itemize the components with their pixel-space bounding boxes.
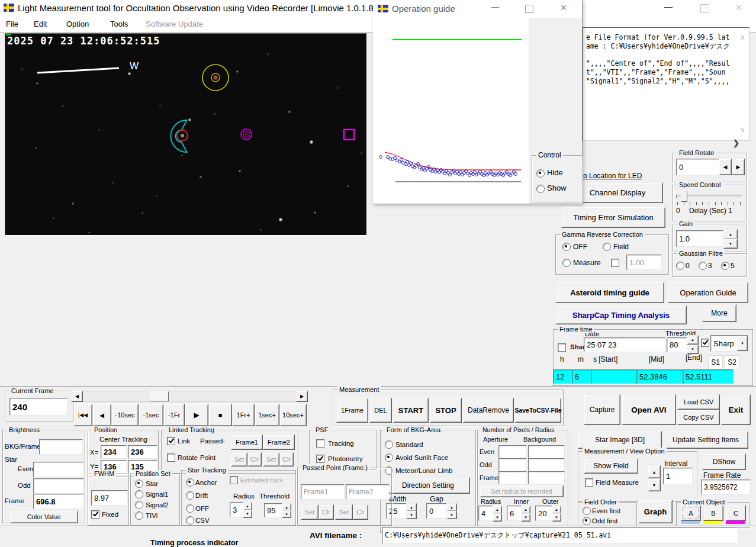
plus-1frame-button[interactable]: 1Fr+ — [232, 404, 255, 426]
end-seconds-field[interactable]: 52.5111 — [683, 369, 734, 384]
save-to-csv-button[interactable]: SaveToCSV-File — [515, 398, 561, 423]
start-button[interactable]: START — [393, 398, 429, 423]
width-down-icon[interactable]: ▼ — [406, 511, 417, 519]
frame-rate-field[interactable]: 3.9525672 — [701, 480, 751, 495]
gamma-checkbox[interactable] — [611, 259, 619, 267]
star-frame-field[interactable]: 696.8 — [33, 494, 84, 509]
gap-down-icon[interactable]: ▼ — [446, 511, 457, 519]
scrollbar-left-icon[interactable]: ◀ — [71, 391, 83, 402]
gaussian-5-radio[interactable] — [721, 262, 729, 270]
center-x-field[interactable]: 234 — [101, 445, 127, 459]
current-frame-field[interactable]: 240 — [9, 398, 67, 416]
data-remove-button[interactable]: DataRemove — [463, 398, 514, 423]
one-frame-button[interactable]: 1Frame — [336, 398, 368, 423]
minimize-icon[interactable]: — — [664, 2, 673, 11]
gamma-measure-radio[interactable] — [562, 259, 571, 267]
aperture-odd-field[interactable] — [498, 458, 527, 471]
copy-csv-button[interactable]: Copy CSV — [677, 410, 720, 425]
background-odd-field[interactable] — [528, 458, 565, 471]
hour-field[interactable]: 12 — [553, 369, 574, 384]
background-even-field[interactable] — [528, 445, 565, 458]
sharp-dropdown[interactable]: Sharp ▼ — [710, 335, 748, 352]
menu-option[interactable]: Option — [66, 20, 89, 28]
video-frame[interactable]: 2025 07 23 12:06:52:515 W — [5, 33, 367, 236]
posset-signal1-radio[interactable] — [135, 490, 143, 498]
operation-guide-window[interactable]: Operation guide — ✕ Control Hide Show — [373, 0, 583, 204]
date-field[interactable]: 25 07 23 — [584, 337, 665, 352]
estimated-track-checkbox[interactable] — [230, 476, 238, 484]
sharp41-checkbox[interactable] — [558, 343, 566, 352]
maximize-icon[interactable] — [700, 4, 709, 13]
popup-close-icon[interactable]: ✕ — [560, 3, 567, 12]
csv-scroll-right-icon[interactable]: ❯ — [733, 139, 739, 147]
link-frame1-button[interactable]: Frame1 — [231, 435, 263, 450]
field-rotate-field[interactable]: 0 — [676, 159, 720, 175]
outer-down-icon[interactable]: ▼ — [552, 513, 561, 522]
minus-1sec-button[interactable]: -1sec — [139, 404, 163, 426]
interval-field[interactable]: 1 — [663, 468, 693, 484]
psf-tracking-checkbox[interactable] — [316, 439, 324, 448]
frame-scrollbar[interactable] — [71, 391, 308, 402]
menu-edit[interactable]: Edit — [34, 20, 47, 28]
link-frame2-button[interactable]: Frame2 — [263, 435, 295, 450]
minus-1frame-button[interactable]: -1Fr — [163, 404, 185, 426]
passed-clr1-button[interactable]: Clr — [319, 504, 334, 520]
bkg-standard-radio[interactable] — [385, 440, 393, 449]
star-odd-field[interactable] — [33, 478, 84, 494]
passed-frame1-field[interactable]: Frame1 — [301, 484, 345, 500]
menu-file[interactable]: File — [6, 20, 18, 28]
track-radius-down-icon[interactable]: ▼ — [243, 510, 252, 518]
gamma-field-radio[interactable] — [603, 243, 611, 251]
graph-button[interactable]: Graph — [638, 500, 673, 523]
outer-up-icon[interactable]: ▲ — [552, 506, 561, 514]
capture-button[interactable]: Capture — [584, 394, 620, 425]
step-back-button[interactable]: ◀ — [92, 404, 111, 426]
led-location-link[interactable]: o Location for LED — [583, 172, 642, 180]
avi-filename-field[interactable]: C:¥Users¥yhide¥OneDrive¥デスクトップ¥capture¥2… — [382, 527, 738, 543]
threshold-up-icon[interactable]: ▲ — [687, 335, 699, 345]
star-image-3d-button[interactable]: Star Image [3D] — [578, 431, 662, 449]
load-csv-button[interactable]: Load CSV — [677, 394, 720, 410]
popup-minimize-icon[interactable]: — — [491, 2, 499, 11]
start-seconds-field[interactable] — [591, 369, 638, 384]
update-setting-items-button[interactable]: Update Setting Items — [663, 431, 748, 449]
background-frame-field[interactable] — [528, 471, 565, 484]
gain-down-icon[interactable]: ▼ — [723, 239, 738, 249]
minus-10sec-button[interactable]: -10sec — [111, 404, 139, 426]
track-threshold-field[interactable]: 95 — [264, 503, 284, 517]
gap-up-icon[interactable]: ▲ — [446, 503, 457, 511]
link-clr2-button[interactable]: Clr — [279, 452, 294, 466]
rewind-start-button[interactable]: |◀◀ — [73, 404, 92, 426]
radius-down-icon[interactable]: ▼ — [493, 513, 502, 522]
sharpcap-timing-button[interactable]: SharpCap Timing Analysis — [555, 305, 687, 324]
channel-display-button[interactable]: Channel Display — [572, 182, 663, 203]
posset-star-radio[interactable] — [135, 480, 143, 488]
passed-set2-button[interactable]: Set — [335, 504, 353, 520]
field-rotate-right-button[interactable]: ▶ — [732, 159, 745, 175]
scrollbar-thumb[interactable] — [150, 391, 169, 401]
operation-guide-button[interactable]: Operation Guide — [668, 282, 748, 303]
set-radius-recorded-button[interactable]: Set radius to recorded — [480, 485, 564, 497]
close-icon[interactable]: ✕ — [735, 3, 742, 12]
link-clr1-button[interactable]: Clr — [247, 452, 262, 466]
inner-down-icon[interactable]: ▼ — [521, 513, 530, 522]
gaussian-3-radio[interactable] — [699, 262, 707, 270]
color-value-button[interactable]: Color Value — [9, 510, 78, 523]
width-up-icon[interactable]: ▲ — [406, 503, 417, 511]
object-a-button[interactable]: A — [681, 505, 701, 521]
object-b-button[interactable]: B — [703, 505, 723, 521]
stop-playback-button[interactable]: ■ — [208, 404, 232, 426]
direction-setting-button[interactable]: Direction Setting — [386, 477, 470, 494]
asteroid-timing-guide-button[interactable]: Asteroid timing guide — [555, 282, 664, 303]
threshold-field[interactable]: 80 — [667, 337, 688, 352]
popup-maximize-icon[interactable] — [525, 5, 533, 13]
timing-error-simulation-button[interactable]: Timing Error Simulation — [561, 207, 665, 228]
passed-clr2-button[interactable]: Clr — [353, 504, 368, 520]
posset-signal2-radio[interactable] — [135, 501, 143, 509]
open-avi-button[interactable]: Open AVI — [622, 394, 676, 425]
del-button[interactable]: DEL — [369, 398, 392, 423]
radius-up-icon[interactable]: ▲ — [493, 506, 502, 514]
link-set1-button[interactable]: Set — [231, 452, 247, 466]
csv-scroll-down-icon[interactable]: ∨ — [740, 126, 745, 134]
menu-software-update[interactable]: Software Update — [146, 20, 203, 28]
